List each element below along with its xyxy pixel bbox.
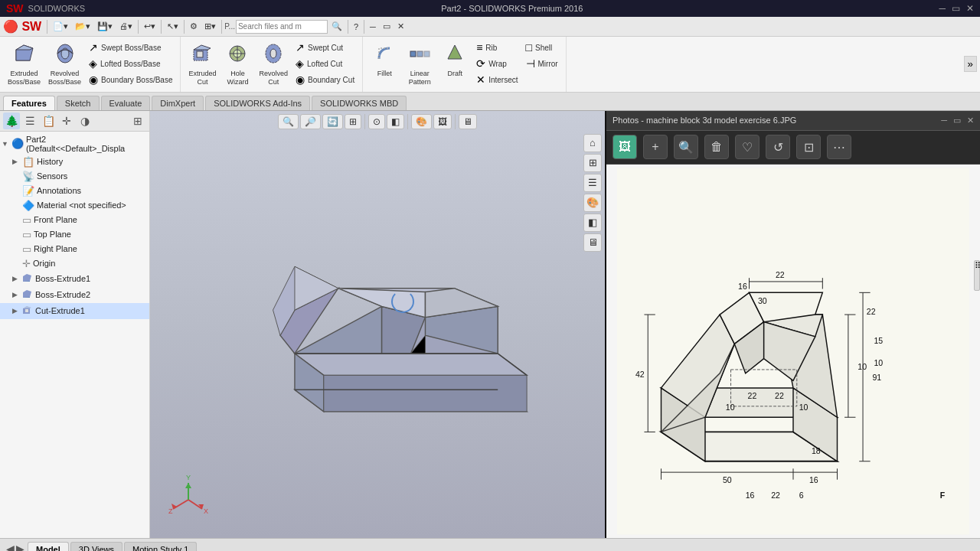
view-color-btn[interactable]: 🎨 [583, 194, 602, 212]
ft-top-plane[interactable]: ▶ ▭ Top Plane [0, 227, 149, 242]
ref-more-btn[interactable]: ⋯ [827, 135, 851, 159]
search-btn[interactable]: 🔍 [328, 20, 345, 33]
shell-btn[interactable]: □ Shell [523, 40, 561, 55]
lofted-cut-btn[interactable]: ◈ Lofted Cut [292, 56, 358, 71]
select-btn[interactable]: ↖▾ [164, 20, 181, 33]
close-btn[interactable]: ✕ [966, 3, 974, 14]
wrap-btn[interactable]: ⟳ Wrap [473, 56, 521, 71]
save-btn[interactable]: 💾▾ [94, 20, 116, 33]
tab-sketch[interactable]: Sketch [57, 96, 100, 110]
ft-cut-extrude1[interactable]: ▶ Cut-Extrude1 [0, 303, 149, 319]
mirror-btn[interactable]: ⊣ Mirror [523, 56, 561, 71]
ft-origin[interactable]: ▶ ✛ Origin [0, 256, 149, 271]
ft-annotations[interactable]: ▶ 📝 Annotations [0, 184, 149, 198]
tab-motion-study[interactable]: Motion Study 1 [124, 542, 197, 551]
extruded-boss-btn[interactable]: ExtrudedBoss/Base [5, 40, 44, 89]
vp-section-btn[interactable]: ◧ [387, 114, 404, 129]
scroll-left-btn[interactable]: ◀ [6, 543, 15, 551]
ref-panel-max[interactable]: ▭ [953, 116, 961, 126]
vp-display-btn[interactable]: 🖥 [459, 114, 477, 129]
ribbon-more-btn[interactable]: » [964, 56, 977, 72]
view-section-btn[interactable]: ◧ [583, 214, 602, 232]
view-list-btn[interactable]: ☰ [583, 174, 602, 192]
tab-3dviews[interactable]: 3D Views [70, 542, 122, 551]
ft-tree-btn[interactable]: 🌲 [3, 112, 20, 129]
ref-panel-min[interactable]: ─ [941, 116, 947, 125]
ft-filter-btn[interactable]: ⊞ [129, 112, 146, 129]
view-orient-btn[interactable]: ⌂ [583, 134, 602, 152]
vp-render-btn[interactable]: 🖼 [433, 114, 452, 129]
new-btn[interactable]: 📄▾ [50, 20, 71, 33]
minimize-btn[interactable]: ─ [939, 3, 946, 14]
ft-root-item[interactable]: ▼ 🔵 Part2 (Default<<Default>_Displa [0, 133, 149, 155]
print-btn[interactable]: 🖨▾ [116, 20, 136, 33]
boundary-boss-btn[interactable]: ◉ Boundary Boss/Base [86, 72, 175, 87]
ft-boss-extrude2[interactable]: ▶ Boss-Extrude2 [0, 287, 149, 303]
view-display-btn[interactable]: 🖥 [583, 233, 602, 252]
swept-cut-btn[interactable]: ↗ Swept Cut [292, 40, 358, 55]
search-input[interactable] [236, 20, 328, 34]
svg-text:16: 16 [809, 475, 818, 484]
win-max[interactable]: ▭ [380, 20, 394, 33]
ref-delete-btn[interactable]: 🗑 [704, 135, 729, 159]
ref-fav-btn[interactable]: ♡ [735, 135, 760, 159]
ref-crop-btn[interactable]: ⊡ [796, 135, 821, 159]
win-close[interactable]: ✕ [394, 20, 407, 33]
svg-text:10: 10 [874, 358, 883, 367]
view-3d-btn[interactable]: ⊞ [583, 154, 602, 172]
ref-nav-btn[interactable]: ↺ [766, 135, 790, 159]
svg-text:30: 30 [758, 295, 767, 305]
ref-image-btn[interactable]: 🖼 [612, 135, 637, 159]
vp-search-btn[interactable]: 🔍 [278, 114, 299, 129]
boundary-cut-btn[interactable]: ◉ Boundary Cut [292, 72, 358, 87]
shell-icon: □ [526, 41, 532, 54]
ft-display-btn[interactable]: ◑ [77, 112, 93, 129]
svg-text:10: 10 [726, 402, 735, 411]
sensors-icon: 📡 [22, 171, 34, 182]
revolved-boss-btn[interactable]: RevolvedBoss/Base [45, 40, 84, 89]
revolved-cut-btn[interactable]: RevolvedCut [256, 40, 291, 89]
ft-right-plane[interactable]: ▶ ▭ Right Plane [0, 242, 149, 256]
lofted-boss-btn[interactable]: ◈ Lofted Boss/Base [86, 56, 175, 71]
restore-btn[interactable]: ▭ [952, 3, 960, 14]
options-btn[interactable]: ⊞▾ [201, 20, 219, 33]
ft-boss-extrude1[interactable]: ▶ Boss-Extrude1 [0, 271, 149, 287]
help-btn[interactable]: ? [351, 21, 361, 33]
vp-rotate-btn[interactable]: 🔄 [322, 114, 343, 129]
vp-view-btn[interactable]: ⊞ [345, 114, 361, 129]
rebuild-btn[interactable]: ⚙ [187, 20, 201, 33]
ref-panel-close[interactable]: ✕ [967, 116, 974, 126]
ref-zoom-btn[interactable]: 🔍 [674, 135, 698, 159]
ft-prop-btn[interactable]: 📋 [40, 112, 57, 129]
ft-list-btn[interactable]: ☰ [21, 112, 38, 129]
tab-dimxpert[interactable]: DimXpert [152, 96, 204, 110]
swept-boss-btn[interactable]: ↗ Swept Boss/Base [86, 40, 175, 55]
vp-normal-btn[interactable]: ⊙ [368, 114, 385, 129]
tab-model[interactable]: Model [28, 542, 69, 551]
ft-history[interactable]: ▶ 📋 History [0, 155, 149, 169]
ref-plus-btn[interactable]: + [643, 135, 668, 159]
vp-color-btn[interactable]: 🎨 [411, 114, 432, 129]
ft-config-btn[interactable]: ✛ [58, 112, 75, 129]
open-btn[interactable]: 📂▾ [72, 20, 93, 33]
undo-btn[interactable]: ↩▾ [141, 20, 158, 33]
vp-zoom-btn[interactable]: 🔎 [300, 114, 321, 129]
fillet-btn[interactable]: Fillet [368, 40, 401, 80]
hole-wizard-btn[interactable]: HoleWizard [220, 40, 254, 89]
window-controls[interactable]: ─ ▭ ✕ [939, 3, 974, 14]
rib-btn[interactable]: ≡ Rib [473, 40, 521, 55]
ft-front-plane[interactable]: ▶ ▭ Front Plane [0, 213, 149, 227]
tab-mbd[interactable]: SOLIDWORKS MBD [312, 96, 407, 110]
extruded-cut-btn[interactable]: ExtrudedCut [185, 40, 219, 89]
ft-material[interactable]: ▶ 🔷 Material <not specified> [0, 198, 149, 213]
draft-btn[interactable]: Draft [438, 40, 472, 80]
intersect-btn[interactable]: ✕ Intersect [473, 72, 521, 87]
win-min[interactable]: ─ [367, 21, 379, 33]
ft-sensors[interactable]: ▶ 📡 Sensors [0, 169, 149, 184]
tab-features[interactable]: Features [3, 96, 55, 110]
linear-pattern-btn[interactable]: LinearPattern [403, 40, 436, 89]
scroll-right-btn[interactable]: ▶ [16, 543, 24, 551]
tab-evaluate[interactable]: Evaluate [101, 96, 151, 110]
tab-addins[interactable]: SOLIDWORKS Add-Ins [205, 96, 310, 110]
viewport[interactable]: 🔍 🔎 🔄 ⊞ ⊙ ◧ 🎨 🖼 🖥 [150, 111, 605, 538]
